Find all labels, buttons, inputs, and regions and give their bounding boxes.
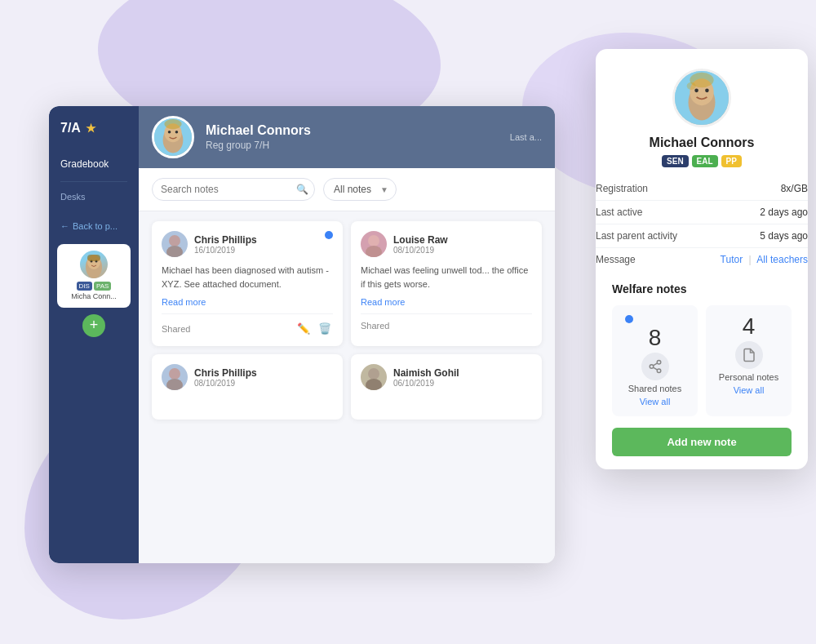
note-unread-dot-1: [325, 231, 333, 239]
profile-avatar-img: [154, 118, 192, 156]
svg-rect-4: [87, 255, 100, 261]
svg-point-11: [169, 235, 180, 246]
note-text-2: Michael was feeling unwell tod... the of…: [361, 264, 532, 291]
svg-point-14: [366, 246, 382, 257]
note-author-name-4: Naimish Gohil: [393, 367, 459, 379]
svg-point-8: [168, 131, 171, 134]
profile-avatar: [152, 116, 194, 158]
filter-select[interactable]: All notes Shared Personal: [323, 178, 397, 201]
svg-point-23: [705, 89, 709, 93]
note-footer-1: Shared ✏️ 🗑️: [162, 313, 333, 336]
note-author-info-2: Louise Raw 08/10/2019: [393, 234, 448, 255]
note-date-4: 06/10/2019: [393, 379, 459, 388]
message-label: Message: [596, 248, 698, 272]
note-avatar-2: [361, 231, 387, 257]
popup-info-table: Registration 8x/GB Last active 2 days ag…: [596, 177, 808, 271]
profile-last-active: Last a...: [510, 132, 542, 142]
note-card-1: Chris Phillips 16/10/2019 Michael has be…: [152, 221, 343, 346]
search-bar: 🔍 All notes Shared Personal ▼: [139, 168, 555, 211]
popup-avatar-img: [675, 71, 729, 125]
svg-line-29: [653, 367, 657, 370]
add-student-button[interactable]: +: [82, 314, 105, 337]
profile-reg-group: Reg group 7/H: [206, 140, 499, 151]
svg-line-30: [653, 363, 657, 366]
badge-sen: SEN: [662, 155, 689, 167]
sidebar-nav: Gradebook Desks: [49, 144, 139, 215]
note-card-2: Louise Raw 08/10/2019 Michael was feelin…: [351, 221, 542, 346]
info-row-last-parent: Last parent activity 5 days ago: [596, 224, 808, 248]
student-badge-row: DIS PAS: [64, 282, 124, 291]
sidebar-student-card[interactable]: DIS PAS Micha Conn...: [57, 244, 131, 308]
filter-select-wrap: All notes Shared Personal ▼: [323, 178, 397, 201]
svg-point-12: [166, 246, 183, 257]
registration-label: Registration: [596, 177, 698, 201]
last-parent-label: Last parent activity: [596, 224, 698, 248]
message-separator: |: [749, 254, 752, 265]
note-author-info-3: Chris Phillips 08/10/2019: [194, 367, 257, 388]
welfare-title: Welfare notes: [612, 282, 792, 295]
svg-point-22: [694, 89, 698, 93]
search-input-wrap: 🔍: [152, 178, 315, 201]
note-author-name-2: Louise Raw: [393, 234, 448, 246]
search-input[interactable]: [152, 178, 315, 201]
note-edit-button-1[interactable]: ✏️: [295, 321, 312, 336]
search-button[interactable]: 🔍: [296, 184, 308, 195]
welfare-personal-icon: [735, 341, 763, 369]
sidebar: 7/A ★ Gradebook Desks ← Back to p...: [49, 106, 139, 563]
svg-point-9: [175, 131, 179, 134]
read-more-1[interactable]: Read more: [162, 297, 333, 307]
message-links: Tutor | All teachers: [698, 248, 808, 272]
last-parent-value: 5 days ago: [698, 224, 808, 248]
read-more-2[interactable]: Read more: [361, 297, 532, 307]
sidebar-divider: [60, 181, 127, 182]
badge-dis: DIS: [77, 282, 92, 291]
svg-point-25: [687, 82, 696, 90]
note-text-1: Michael has been diagnosed with autism -…: [162, 264, 333, 291]
sidebar-item-desks[interactable]: Desks: [49, 185, 139, 208]
badge-eal: EAL: [692, 155, 718, 167]
note-author-name-1: Chris Phillips: [194, 234, 257, 246]
welfare-shared-icon: [641, 353, 669, 380]
note-avatar-4: [361, 364, 387, 390]
svg-point-26: [657, 361, 661, 365]
student-popup: Michael Connors SEN EAL PP Registration …: [596, 49, 808, 469]
note-delete-button-1[interactable]: 🗑️: [317, 321, 333, 336]
note-author-info-4: Naimish Gohil 06/10/2019: [393, 367, 459, 388]
sidebar-student-name: Micha Conn...: [64, 292, 124, 301]
note-author-name-3: Chris Phillips: [194, 367, 257, 379]
welfare-personal-label: Personal notes: [719, 372, 778, 382]
note-avatar-3: [162, 364, 188, 390]
welfare-personal-view-all[interactable]: View all: [734, 385, 765, 395]
class-label-text: 7/A: [60, 121, 81, 135]
back-link[interactable]: ← Back to p...: [49, 215, 139, 238]
add-new-note-button[interactable]: Add new note: [612, 428, 792, 456]
note-author-row-3: Chris Phillips 08/10/2019: [162, 364, 333, 390]
welfare-shared-dot: [625, 315, 633, 323]
welfare-shared-view-all[interactable]: View all: [640, 397, 671, 406]
badge-pas: PAS: [94, 282, 111, 291]
sidebar-student-avatar: [80, 251, 108, 278]
popup-student-name: Michael Connors: [650, 135, 755, 150]
info-row-message: Message Tutor | All teachers: [596, 248, 808, 272]
welfare-personal-count: 4: [743, 315, 756, 338]
last-active-label: Last active: [596, 201, 698, 224]
welfare-card-personal: 4 Personal notes View all: [706, 305, 792, 416]
class-label: 7/A ★: [49, 106, 139, 144]
message-all-teachers-link[interactable]: All teachers: [756, 254, 808, 265]
note-date-3: 08/10/2019: [194, 379, 257, 388]
back-link-text: Back to p...: [73, 221, 118, 231]
svg-point-18: [366, 379, 382, 390]
note-footer-2: Shared: [361, 313, 532, 331]
note-author-info-1: Chris Phillips 16/10/2019: [194, 234, 257, 255]
note-author-row-4: Naimish Gohil 06/10/2019: [361, 364, 532, 390]
star-icon: ★: [86, 122, 96, 135]
message-tutor-link[interactable]: Tutor: [721, 254, 743, 265]
svg-point-28: [657, 369, 661, 373]
note-author-row-1: Chris Phillips 16/10/2019: [162, 231, 333, 257]
svg-point-13: [368, 235, 379, 246]
svg-point-16: [166, 379, 183, 390]
note-card-4: Naimish Gohil 06/10/2019: [351, 354, 542, 420]
sidebar-item-gradebook[interactable]: Gradebook: [49, 150, 139, 178]
notes-grid: Chris Phillips 16/10/2019 Michael has be…: [139, 211, 555, 429]
welfare-cards: 8 Shared notes View all 4 Personal notes…: [612, 305, 792, 416]
